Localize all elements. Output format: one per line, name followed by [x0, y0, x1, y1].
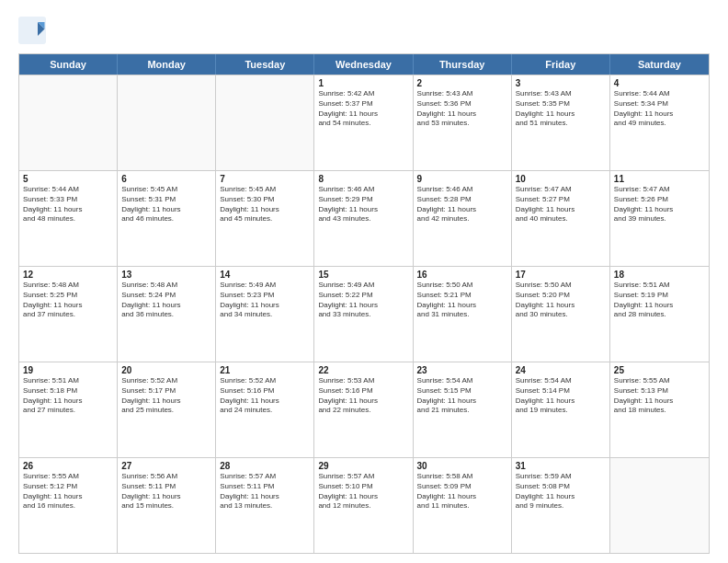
day-info: Sunrise: 5:52 AM Sunset: 5:16 PM Dayligh…: [220, 376, 310, 416]
day-info: Sunrise: 5:58 AM Sunset: 5:09 PM Dayligh…: [417, 472, 507, 511]
day-info: Sunrise: 5:42 AM Sunset: 5:37 PM Dayligh…: [318, 89, 408, 129]
day-number: 17: [516, 270, 606, 280]
day-info: Sunrise: 5:55 AM Sunset: 5:12 PM Dayligh…: [23, 472, 113, 511]
calendar-row-2: 12Sunrise: 5:48 AM Sunset: 5:25 PM Dayli…: [19, 266, 709, 362]
day-number: 20: [121, 365, 211, 375]
day-cell-18: 18Sunrise: 5:51 AM Sunset: 5:19 PM Dayli…: [610, 267, 709, 362]
day-info: Sunrise: 5:47 AM Sunset: 5:26 PM Dayligh…: [614, 185, 705, 224]
day-number: 12: [23, 270, 113, 280]
day-cell-24: 24Sunrise: 5:54 AM Sunset: 5:14 PM Dayli…: [512, 362, 610, 457]
day-number: 27: [121, 461, 211, 471]
day-number: 9: [417, 174, 507, 184]
day-number: 10: [516, 174, 606, 184]
header-day-saturday: Saturday: [610, 54, 709, 75]
day-number: 6: [121, 174, 211, 184]
day-info: Sunrise: 5:46 AM Sunset: 5:28 PM Dayligh…: [417, 185, 507, 224]
day-info: Sunrise: 5:50 AM Sunset: 5:20 PM Dayligh…: [516, 281, 606, 320]
header-day-wednesday: Wednesday: [314, 54, 413, 75]
day-info: Sunrise: 5:53 AM Sunset: 5:16 PM Dayligh…: [318, 376, 408, 416]
day-number: 28: [220, 461, 310, 471]
header: [18, 17, 710, 44]
day-info: Sunrise: 5:51 AM Sunset: 5:19 PM Dayligh…: [614, 281, 705, 320]
day-cell-22: 22Sunrise: 5:53 AM Sunset: 5:16 PM Dayli…: [314, 362, 413, 457]
calendar-row-0: 1Sunrise: 5:42 AM Sunset: 5:37 PM Daylig…: [19, 75, 709, 170]
day-cell-30: 30Sunrise: 5:58 AM Sunset: 5:09 PM Dayli…: [414, 458, 512, 553]
day-number: 13: [121, 270, 211, 280]
day-cell-17: 17Sunrise: 5:50 AM Sunset: 5:20 PM Dayli…: [512, 267, 610, 362]
day-cell-10: 10Sunrise: 5:47 AM Sunset: 5:27 PM Dayli…: [512, 171, 610, 266]
header-day-monday: Monday: [118, 54, 216, 75]
day-cell-8: 8Sunrise: 5:46 AM Sunset: 5:29 PM Daylig…: [314, 171, 413, 266]
day-number: 5: [23, 174, 113, 184]
day-number: 18: [614, 270, 705, 280]
empty-cell: [610, 458, 709, 553]
day-number: 31: [516, 461, 606, 471]
day-cell-31: 31Sunrise: 5:59 AM Sunset: 5:08 PM Dayli…: [512, 458, 610, 553]
day-cell-25: 25Sunrise: 5:55 AM Sunset: 5:13 PM Dayli…: [610, 362, 709, 457]
empty-cell: [118, 75, 216, 170]
logo-icon: [18, 17, 46, 44]
calendar-row-3: 19Sunrise: 5:51 AM Sunset: 5:18 PM Dayli…: [19, 362, 709, 457]
day-number: 23: [417, 365, 507, 375]
day-number: 1: [318, 78, 408, 88]
day-info: Sunrise: 5:54 AM Sunset: 5:14 PM Dayligh…: [516, 376, 606, 416]
day-cell-2: 2Sunrise: 5:43 AM Sunset: 5:36 PM Daylig…: [414, 75, 512, 170]
day-number: 21: [220, 365, 310, 375]
day-info: Sunrise: 5:57 AM Sunset: 5:11 PM Dayligh…: [220, 472, 310, 511]
day-info: Sunrise: 5:56 AM Sunset: 5:11 PM Dayligh…: [121, 472, 211, 511]
day-cell-3: 3Sunrise: 5:43 AM Sunset: 5:35 PM Daylig…: [512, 75, 610, 170]
day-info: Sunrise: 5:45 AM Sunset: 5:30 PM Dayligh…: [220, 185, 310, 224]
day-info: Sunrise: 5:47 AM Sunset: 5:27 PM Dayligh…: [516, 185, 606, 224]
day-number: 11: [614, 174, 705, 184]
day-info: Sunrise: 5:44 AM Sunset: 5:34 PM Dayligh…: [614, 89, 705, 129]
day-info: Sunrise: 5:49 AM Sunset: 5:23 PM Dayligh…: [220, 281, 310, 320]
day-cell-26: 26Sunrise: 5:55 AM Sunset: 5:12 PM Dayli…: [19, 458, 118, 553]
day-number: 30: [417, 461, 507, 471]
day-number: 29: [318, 461, 408, 471]
day-cell-9: 9Sunrise: 5:46 AM Sunset: 5:28 PM Daylig…: [414, 171, 512, 266]
day-info: Sunrise: 5:43 AM Sunset: 5:36 PM Dayligh…: [417, 89, 507, 129]
day-info: Sunrise: 5:55 AM Sunset: 5:13 PM Dayligh…: [614, 376, 705, 416]
calendar: SundayMondayTuesdayWednesdayThursdayFrid…: [18, 53, 710, 554]
calendar-row-1: 5Sunrise: 5:44 AM Sunset: 5:33 PM Daylig…: [19, 170, 709, 266]
day-number: 25: [614, 365, 705, 375]
day-number: 16: [417, 270, 507, 280]
day-cell-7: 7Sunrise: 5:45 AM Sunset: 5:30 PM Daylig…: [216, 171, 314, 266]
day-info: Sunrise: 5:44 AM Sunset: 5:33 PM Dayligh…: [23, 185, 113, 224]
day-info: Sunrise: 5:48 AM Sunset: 5:25 PM Dayligh…: [23, 281, 113, 320]
calendar-header: SundayMondayTuesdayWednesdayThursdayFrid…: [19, 54, 709, 75]
day-number: 7: [220, 174, 310, 184]
day-cell-20: 20Sunrise: 5:52 AM Sunset: 5:17 PM Dayli…: [118, 362, 216, 457]
header-day-tuesday: Tuesday: [216, 54, 314, 75]
day-number: 26: [23, 461, 113, 471]
day-cell-16: 16Sunrise: 5:50 AM Sunset: 5:21 PM Dayli…: [414, 267, 512, 362]
day-info: Sunrise: 5:57 AM Sunset: 5:10 PM Dayligh…: [318, 472, 408, 511]
day-cell-28: 28Sunrise: 5:57 AM Sunset: 5:11 PM Dayli…: [216, 458, 314, 553]
day-number: 24: [516, 365, 606, 375]
day-cell-5: 5Sunrise: 5:44 AM Sunset: 5:33 PM Daylig…: [19, 171, 118, 266]
day-info: Sunrise: 5:51 AM Sunset: 5:18 PM Dayligh…: [23, 376, 113, 416]
day-info: Sunrise: 5:49 AM Sunset: 5:22 PM Dayligh…: [318, 281, 408, 320]
day-cell-15: 15Sunrise: 5:49 AM Sunset: 5:22 PM Dayli…: [314, 267, 413, 362]
day-number: 22: [318, 365, 408, 375]
day-cell-13: 13Sunrise: 5:48 AM Sunset: 5:24 PM Dayli…: [118, 267, 216, 362]
day-cell-29: 29Sunrise: 5:57 AM Sunset: 5:10 PM Dayli…: [314, 458, 413, 553]
day-cell-21: 21Sunrise: 5:52 AM Sunset: 5:16 PM Dayli…: [216, 362, 314, 457]
day-cell-4: 4Sunrise: 5:44 AM Sunset: 5:34 PM Daylig…: [610, 75, 709, 170]
day-info: Sunrise: 5:45 AM Sunset: 5:31 PM Dayligh…: [121, 185, 211, 224]
day-cell-6: 6Sunrise: 5:45 AM Sunset: 5:31 PM Daylig…: [118, 171, 216, 266]
day-cell-27: 27Sunrise: 5:56 AM Sunset: 5:11 PM Dayli…: [118, 458, 216, 553]
day-info: Sunrise: 5:59 AM Sunset: 5:08 PM Dayligh…: [516, 472, 606, 511]
calendar-body: 1Sunrise: 5:42 AM Sunset: 5:37 PM Daylig…: [19, 75, 709, 553]
header-day-thursday: Thursday: [414, 54, 512, 75]
header-day-friday: Friday: [512, 54, 610, 75]
day-number: 19: [23, 365, 113, 375]
day-number: 15: [318, 270, 408, 280]
day-cell-23: 23Sunrise: 5:54 AM Sunset: 5:15 PM Dayli…: [414, 362, 512, 457]
day-cell-11: 11Sunrise: 5:47 AM Sunset: 5:26 PM Dayli…: [610, 171, 709, 266]
page: SundayMondayTuesdayWednesdayThursdayFrid…: [0, 0, 728, 563]
header-day-sunday: Sunday: [19, 54, 118, 75]
day-cell-12: 12Sunrise: 5:48 AM Sunset: 5:25 PM Dayli…: [19, 267, 118, 362]
day-number: 3: [516, 78, 606, 88]
day-info: Sunrise: 5:46 AM Sunset: 5:29 PM Dayligh…: [318, 185, 408, 224]
